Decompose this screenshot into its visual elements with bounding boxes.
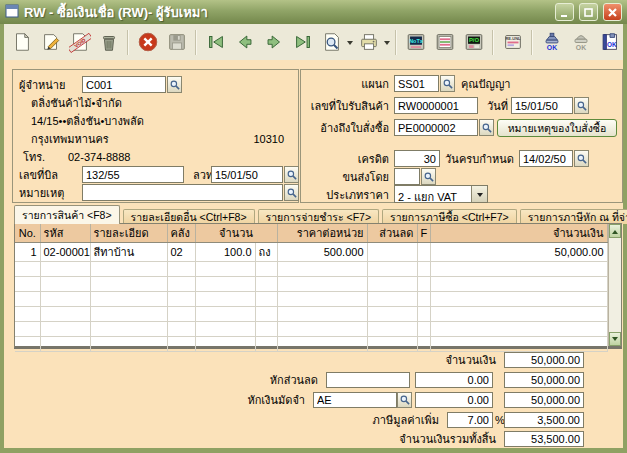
previous-record-icon[interactable]: [231, 29, 258, 56]
svg-text:OK: OK: [607, 41, 617, 48]
table-row-empty[interactable]: [15, 307, 607, 322]
items-grid: No. รหัส รายละเอียด คลัง จำนวน ราคาต่อหน…: [14, 223, 622, 349]
dept-code-input[interactable]: [394, 75, 439, 92]
table-row-empty[interactable]: [15, 322, 607, 337]
deposit-search-icon[interactable]: [397, 392, 412, 408]
table-row-empty[interactable]: [15, 277, 607, 292]
po-note-button[interactable]: หมายเหตุของใบสั่งซื้อ: [497, 119, 617, 137]
preview-icon[interactable]: [318, 29, 345, 56]
col-no: No.: [15, 224, 40, 243]
table-row-empty[interactable]: [15, 337, 607, 352]
table-row-empty[interactable]: [15, 292, 607, 307]
scroll-up-icon[interactable]: [609, 224, 622, 238]
po-ref-input[interactable]: [394, 119, 478, 136]
title-bar: RW - ซื้อเงินเชื่อ (RW)- ผู้รับเหมา: [0, 0, 627, 24]
purchase-order-icon[interactable]: P/O: [460, 29, 487, 56]
bill-no-label: เลขที่บิล: [19, 169, 58, 182]
discount-input[interactable]: [326, 372, 410, 388]
print-dropdown-icon[interactable]: [384, 29, 390, 56]
deposit-amount: 0.00: [415, 392, 493, 408]
dept-search-icon[interactable]: [440, 75, 455, 92]
supplier-city: กรุงเทพมหานคร: [31, 133, 109, 146]
cell-discount: [367, 243, 417, 262]
bill-date-picker-icon[interactable]: [284, 166, 299, 183]
due-label: ครบกำหนด: [451, 153, 514, 166]
application-window: RW - ซื้อเงินเชื่อ (RW)- ผู้รับเหมา VOID: [0, 0, 627, 453]
vertical-scrollbar[interactable]: [608, 224, 622, 346]
col-warehouse: คลัง: [167, 224, 195, 243]
col-quantity: จำนวน: [195, 224, 277, 243]
close-button[interactable]: [603, 3, 622, 21]
col-code: รหัส: [40, 224, 90, 243]
confirm-book-icon[interactable]: OK: [596, 29, 623, 56]
delete-trash-icon[interactable]: [95, 29, 122, 56]
supplier-label: ผู้จำหน่าย: [19, 79, 65, 92]
supplier-search-icon[interactable]: [167, 76, 182, 93]
edit-document-icon[interactable]: [37, 29, 64, 56]
price-type-select[interactable]: 2 - แยก VAT: [394, 185, 488, 203]
void-document-icon[interactable]: VOID: [66, 29, 93, 56]
total-label: จำนวนเงินรวมทั้งสิ้น: [399, 430, 496, 448]
dept-person: คุณปัญญา: [461, 78, 510, 91]
next-record-icon[interactable]: [260, 29, 287, 56]
po-ref-search-icon[interactable]: [479, 119, 494, 136]
re-unlock-icon[interactable]: RE-UNL: [499, 29, 526, 56]
print-icon[interactable]: [355, 29, 382, 56]
phone-label: โทร.: [23, 151, 45, 164]
first-record-icon[interactable]: [202, 29, 229, 56]
due-date-input[interactable]: [519, 150, 573, 167]
tab-withholding-tax[interactable]: รายการภาษีหัก ณ ที่จ่าย <Ctrl+F10>: [520, 209, 627, 224]
due-date-picker-icon[interactable]: [574, 150, 589, 167]
tab-other-details[interactable]: รายละเอียดอื่น <Ctrl+F8>: [123, 209, 255, 224]
client-area: VOID N: [4, 24, 623, 448]
copy-document-icon[interactable]: [431, 29, 458, 56]
tab-purchase-tax[interactable]: รายการภาษีซื้อ <Ctrl+F7>: [382, 209, 517, 224]
after-deposit-value: 50,000.00: [504, 392, 584, 408]
minimize-button[interactable]: [555, 3, 574, 21]
cancel-icon[interactable]: [134, 29, 161, 56]
summary-deposit-row: หักเงินมัดจำ 0.00 50,000.00: [4, 391, 623, 408]
table-row-empty[interactable]: [15, 262, 607, 277]
scroll-down-icon[interactable]: [609, 332, 622, 346]
transport-search-icon[interactable]: [421, 168, 436, 185]
receipt-no-input[interactable]: [394, 97, 478, 114]
credit-days-input[interactable]: [394, 150, 440, 167]
svg-text:OK: OK: [546, 44, 556, 51]
credit-label: เครดิต: [301, 153, 389, 166]
no-tax-icon[interactable]: NoTx: [402, 29, 429, 56]
deposit-code-input[interactable]: [313, 392, 397, 408]
approve-stamp-icon[interactable]: OK: [538, 29, 565, 56]
after-discount-value: 50,000.00: [504, 372, 584, 388]
date-input[interactable]: [511, 97, 573, 114]
chevron-down-icon[interactable]: [471, 186, 487, 202]
new-document-icon[interactable]: [8, 29, 35, 56]
discount-label: หักส่วนลด: [270, 371, 318, 389]
cell-code: 02-00001: [40, 243, 90, 262]
unapprove-stamp-icon[interactable]: OK: [567, 29, 594, 56]
vat-rate: 7.00: [447, 412, 493, 428]
price-type-label: ประเภทราคา: [301, 189, 389, 202]
tab-bar: รายการสินค้า <F8> รายละเอียดอื่น <Ctrl+F…: [14, 205, 627, 224]
transport-input[interactable]: [394, 168, 420, 185]
maximize-button[interactable]: [579, 3, 598, 21]
preview-dropdown-icon[interactable]: [347, 29, 353, 56]
supplier-address: 14/15••ตลิ่งชัน•บางพลัด: [31, 115, 144, 128]
note-search-icon[interactable]: [284, 184, 299, 201]
supplier-code-input[interactable]: [82, 76, 166, 93]
tab-items[interactable]: รายการสินค้า <F8>: [14, 205, 120, 224]
table-row[interactable]: 1 02-00001 สีทาบ้าน 02 100.0 ถง 500.000 …: [15, 243, 607, 262]
last-record-icon[interactable]: [289, 29, 316, 56]
tab-payments[interactable]: รายการจ่ายชำระ <F7>: [258, 209, 380, 224]
toolbar-separator: [127, 30, 129, 55]
form-area: ผู้จำหน่าย ตลิ่งชันค้าไม้•จำกัด 14/15••ต…: [4, 60, 623, 448]
toolbar-separator: [195, 30, 197, 55]
toolbar: VOID N: [4, 24, 623, 60]
note-input[interactable]: [82, 184, 283, 201]
save-icon[interactable]: [163, 29, 190, 56]
deposit-label: หักเงินมัดจำ: [247, 391, 305, 409]
date-picker-icon[interactable]: [574, 97, 589, 114]
svg-text:NoTx: NoTx: [409, 38, 424, 44]
col-description: รายละเอียด: [90, 224, 167, 243]
bill-date-input[interactable]: [211, 166, 283, 183]
bill-no-input[interactable]: [82, 166, 184, 183]
